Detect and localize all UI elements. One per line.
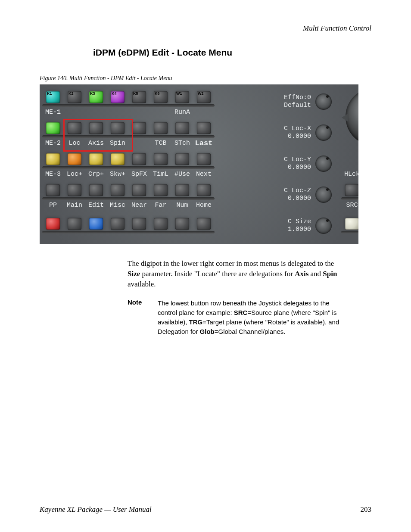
btn-r5-3[interactable] (111, 218, 125, 230)
lbl-crpp: Crp+ (85, 171, 107, 177)
knob-locy[interactable] (315, 156, 332, 172)
lbl-near: Near (128, 202, 150, 208)
btn-pp-0[interactable] (46, 184, 60, 196)
page-header: Multi Function Control (40, 24, 371, 33)
tag-k1: K1 (47, 91, 52, 96)
knob-locz[interactable] (315, 187, 332, 203)
btn-misc[interactable] (111, 184, 125, 196)
btn-r5-1[interactable] (68, 218, 81, 230)
btn-loc[interactable] (68, 122, 81, 134)
lbl-home: Home (193, 202, 215, 208)
tag-w1: W1 (176, 91, 182, 96)
btn-timl[interactable] (154, 153, 168, 165)
knob2-top: C Loc-Y (284, 156, 311, 163)
note-label: Note (128, 299, 158, 306)
btn-edit[interactable] (89, 184, 103, 196)
lbl-r1-4 (128, 109, 150, 115)
note-block: Note The lowest button row beneath the J… (128, 299, 346, 336)
lbl-spin: Spin (107, 140, 128, 146)
btn-r5-6[interactable] (175, 218, 189, 230)
lbl-stch: STch (171, 140, 193, 146)
lbl-far: Far (150, 202, 171, 208)
btn-w2[interactable]: W2 (197, 91, 211, 103)
lbl-runa: RunA (171, 109, 193, 115)
lbl-locp: Loc+ (64, 171, 85, 177)
btn-next[interactable] (197, 153, 211, 165)
btn-near[interactable] (132, 184, 146, 196)
lbl-next: Next (193, 171, 215, 177)
lbl-spfx: SpFX (128, 171, 150, 177)
knob-locx[interactable] (315, 124, 332, 141)
footer-left: Kayenne XL Package — User Manual (40, 505, 152, 514)
btn-spin[interactable] (111, 122, 125, 134)
btn-k5[interactable]: K5 (132, 91, 146, 103)
tag-k6: K6 (155, 91, 160, 96)
btn-tcb[interactable] (154, 122, 168, 134)
btn-hlck[interactable] (345, 184, 358, 196)
panel-screenshot: K1 K2 K3 K4 K5 K6 W1 W2 ME-1 RunA (40, 84, 358, 244)
btn-r2-4[interactable] (132, 122, 146, 134)
lbl-tcb: TCB (150, 140, 171, 146)
btn-axis[interactable] (89, 122, 103, 134)
btn-skwp[interactable] (111, 153, 125, 165)
btn-r5-4[interactable] (132, 218, 146, 230)
btn-last[interactable] (197, 122, 211, 134)
btn-src[interactable] (345, 218, 358, 230)
lbl-axis: Axis (85, 140, 107, 146)
tag-k2: K2 (68, 91, 74, 96)
section-title: iDPM (eDPM) Edit - Locate Menu (93, 47, 371, 58)
knob4-bottom: 1.0000 (288, 226, 311, 233)
knob3-top: C Loc-Z (284, 187, 311, 194)
lbl-src: SRC (341, 202, 358, 208)
lbl-r2-4 (128, 140, 150, 146)
lbl-hlck: HLck (341, 171, 358, 177)
btn-me2-0[interactable] (46, 122, 60, 134)
note-text: The lowest button row beneath the Joysti… (158, 299, 346, 336)
lbl-me2: ME-2 (42, 140, 64, 146)
btn-k2[interactable]: K2 (68, 91, 81, 103)
btn-r5-5[interactable] (154, 218, 168, 230)
lbl-num: Num (171, 202, 193, 208)
lbl-edit: Edit (85, 202, 107, 208)
lbl-me3: ME-3 (42, 171, 64, 177)
lbl-timl: TimL (150, 171, 171, 177)
knob0-top: EffNo:0 (284, 94, 311, 101)
tag-k5: K5 (133, 91, 138, 96)
knob4-top: C Size (288, 218, 311, 225)
lbl-last: Last (193, 140, 215, 146)
btn-far[interactable] (154, 184, 168, 196)
knob1-bottom: 0.0000 (288, 133, 311, 140)
btn-w1[interactable]: W1 (175, 91, 189, 103)
lbl-skwp: Skw+ (107, 171, 128, 177)
knob-effno[interactable] (315, 93, 332, 110)
btn-me3-0[interactable] (46, 153, 60, 165)
btn-k4[interactable]: K4 (111, 91, 125, 103)
lbl-main: Main (64, 202, 85, 208)
lbl-loc: Loc (64, 140, 85, 146)
btn-home[interactable] (197, 184, 211, 196)
body-paragraph: The digipot in the lower right corner in… (128, 258, 346, 289)
knob1-top: C Loc-X (284, 125, 311, 132)
btn-k6[interactable]: K6 (154, 91, 168, 103)
btn-main[interactable] (68, 184, 81, 196)
arrow-left-icon (342, 114, 348, 121)
lbl-r1-7 (193, 109, 215, 115)
btn-k3[interactable]: K3 (89, 91, 103, 103)
btn-stch[interactable] (175, 122, 189, 134)
btn-r5-2[interactable] (89, 218, 103, 230)
btn-num[interactable] (175, 184, 189, 196)
btn-use[interactable] (175, 153, 189, 165)
btn-r5-0[interactable] (46, 218, 60, 230)
btn-locp[interactable] (68, 153, 81, 165)
knob-size[interactable] (315, 218, 332, 234)
btn-spfx[interactable] (132, 153, 146, 165)
lbl-r1-2 (85, 109, 107, 115)
btn-crpp[interactable] (89, 153, 103, 165)
tag-k4: K4 (112, 91, 117, 96)
btn-k1[interactable]: K1 (46, 91, 60, 103)
btn-r5-7[interactable] (197, 218, 211, 230)
page-number: 203 (361, 505, 372, 514)
lbl-me1: ME-1 (42, 109, 64, 115)
tag-w2: W2 (198, 91, 204, 96)
knob0-bottom: Default (284, 102, 311, 109)
